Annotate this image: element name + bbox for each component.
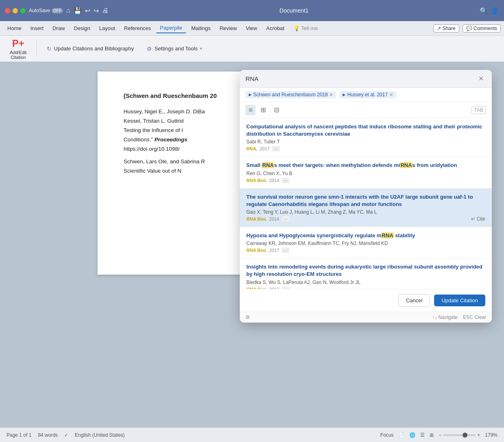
- result-menu-3[interactable]: ···: [282, 216, 289, 222]
- add-edit-citation-button[interactable]: P+ Add/EditCitation: [7, 36, 30, 61]
- gear-settings-icon[interactable]: ⚙: [245, 314, 250, 320]
- search-input[interactable]: [245, 75, 476, 82]
- result-menu-1[interactable]: ···: [272, 146, 280, 152]
- result-authors-2: Ren G, Chen X, Yu B: [246, 171, 485, 176]
- user-icon[interactable]: 👤: [491, 7, 499, 15]
- cite-button-3[interactable]: ↵ Cite: [471, 216, 485, 222]
- zoom-control[interactable]: − +: [439, 432, 480, 438]
- result-title-1: Computational analysis of nascent peptid…: [246, 123, 485, 138]
- tag-remove-schwen[interactable]: ✕: [329, 92, 333, 98]
- result-menu-2[interactable]: ···: [282, 178, 289, 183]
- result-item-3[interactable]: The survival motor neuron gene smn-1 int…: [240, 188, 492, 227]
- tag-remove-hussey[interactable]: ✕: [389, 92, 393, 98]
- grid-view-button[interactable]: ⊞: [257, 104, 269, 115]
- tags-bar: ▶ Schwen and Rueschenbaum 2018 ✕ ▶ Husse…: [240, 88, 492, 102]
- menu-home[interactable]: Home: [3, 24, 26, 33]
- share-button[interactable]: ↗ Share: [433, 24, 459, 32]
- zoom-level: 179%: [485, 432, 497, 438]
- result-menu-5[interactable]: ···: [282, 286, 289, 289]
- cancel-button[interactable]: Cancel: [398, 294, 430, 307]
- print-icon[interactable]: 🖨: [102, 7, 109, 14]
- zoom-in-icon[interactable]: +: [477, 432, 480, 438]
- menu-review[interactable]: Review: [215, 24, 241, 33]
- filter-button[interactable]: ⊟: [271, 104, 282, 115]
- menu-references[interactable]: References: [120, 24, 155, 33]
- list-view-button[interactable]: ≡: [245, 105, 256, 115]
- undo-icon[interactable]: ↩: [85, 7, 90, 15]
- result-journal-5: RNA Biol,: [246, 287, 267, 289]
- update-citation-button[interactable]: Update Citation: [434, 295, 485, 306]
- menu-acrobat[interactable]: Acrobat: [262, 24, 289, 33]
- focus-mode[interactable]: Focus: [380, 432, 394, 438]
- status-bar: Page 1 of 1 84 words ✓ English (United S…: [0, 427, 504, 442]
- page-info: Page 1 of 1: [7, 432, 31, 438]
- search-icon[interactable]: 🔍: [480, 7, 488, 15]
- save-icon[interactable]: 💾: [74, 7, 82, 15]
- result-title-4: Hypoxia and Hypoglycemia synergistically…: [246, 232, 485, 239]
- navigate-hint: ↑↓ Navigate ESC Clear: [432, 314, 486, 320]
- result-title-3: The survival motor neuron gene smn-1 int…: [246, 193, 485, 208]
- zoom-out-icon[interactable]: −: [439, 432, 441, 438]
- result-meta-2: RNA Biol, 2014 ···: [246, 178, 485, 183]
- menu-mailings[interactable]: Mailings: [187, 24, 215, 33]
- view-list-icon[interactable]: ☰: [420, 432, 425, 438]
- result-year-3: 2014: [269, 217, 279, 221]
- zoom-track[interactable]: [443, 434, 476, 436]
- modal-search-bar: ✕: [240, 70, 492, 88]
- result-item-2[interactable]: Small RNAs meet their targets: when meth…: [240, 157, 492, 188]
- menu-right-actions: ↗ Share 💬 Comments: [433, 24, 501, 32]
- result-item-1[interactable]: Computational analysis of nascent peptid…: [240, 118, 492, 157]
- close-modal-button[interactable]: ✕: [476, 74, 486, 83]
- menu-tell-me[interactable]: 💡 Tell me: [289, 24, 322, 33]
- home-icon[interactable]: ⌂: [66, 7, 70, 14]
- chevron-down-icon: ▾: [200, 46, 202, 51]
- zoom-thumb: [463, 433, 467, 438]
- menu-bar: Home Insert Draw Design Layout Reference…: [0, 21, 504, 36]
- modal-footer: Cancel Update Citation: [240, 289, 492, 312]
- add-edit-label: Add/EditCitation: [10, 50, 27, 60]
- redo-icon[interactable]: ↪: [93, 7, 99, 15]
- language-info: English (United States): [75, 432, 125, 438]
- citation-modal: ✕ ▶ Schwen and Rueschenbaum 2018 ✕ ▶ Hus…: [240, 70, 492, 323]
- tag-arrow-icon: ▶: [249, 93, 252, 97]
- menu-insert[interactable]: Insert: [26, 24, 48, 33]
- refresh-icon: ↻: [47, 46, 52, 52]
- maximize-button[interactable]: [20, 8, 26, 13]
- menu-view[interactable]: View: [242, 24, 261, 33]
- menu-draw[interactable]: Draw: [48, 24, 69, 33]
- result-title-2: Small RNAs meet their targets: when meth…: [246, 162, 485, 169]
- result-item-4[interactable]: Hypoxia and Hypoglycemia synergistically…: [240, 227, 492, 258]
- view-web-icon[interactable]: 🌐: [409, 432, 415, 438]
- menu-design[interactable]: Design: [70, 24, 94, 33]
- result-journal-4: RNA Biol,: [246, 248, 267, 253]
- tag-label-2: Hussey et al. 2017: [347, 92, 387, 98]
- update-citations-button[interactable]: ↻ Update Citations and Bibliography: [43, 44, 137, 54]
- menu-paperpile[interactable]: Paperpile: [156, 23, 187, 33]
- ribbon-divider: [37, 41, 37, 57]
- word-count: 84 words: [38, 432, 58, 438]
- result-authors-1: Sabi R, Tuller T: [246, 139, 485, 145]
- proofread-icon: ✓: [64, 432, 68, 438]
- result-meta-3: RNA Biol, 2014 ··· ↵ Cite: [246, 216, 485, 222]
- autosave-toggle[interactable]: OFF: [52, 8, 63, 13]
- menu-layout[interactable]: Layout: [95, 24, 119, 33]
- settings-and-tools-button[interactable]: ⚙ Settings and Tools ▾: [143, 44, 205, 54]
- ribbon: P+ Add/EditCitation ↻ Update Citations a…: [0, 36, 504, 62]
- view-normal-icon[interactable]: 📄: [398, 432, 404, 438]
- minimize-button[interactable]: [13, 8, 18, 13]
- close-button[interactable]: [5, 8, 10, 13]
- result-journal-3: RNA Biol,: [246, 217, 267, 221]
- tag-arrow-icon-2: ▶: [343, 93, 345, 97]
- update-citations-label: Update Citations and Bibliography: [54, 46, 134, 52]
- result-year-5: 2017: [269, 287, 279, 289]
- view-cols-icon[interactable]: ⊞: [430, 432, 434, 438]
- result-authors-3: Gao X, Teng Y, Luo J, Huang L, Li M, Zha…: [246, 209, 485, 215]
- traffic-lights: [5, 8, 26, 13]
- tab-label[interactable]: TAB: [471, 106, 486, 114]
- result-authors-5: Biedka S, Wu S, LaPeruta AJ, Gao N, Wool…: [246, 280, 485, 285]
- result-item-5[interactable]: Insights into remodeling events during e…: [240, 258, 492, 289]
- tag-label: Schwen and Rueschenbaum 2018: [253, 92, 328, 98]
- result-menu-4[interactable]: ···: [282, 247, 289, 253]
- result-meta-1: RNA, 2017 ···: [246, 146, 485, 152]
- comments-button[interactable]: 💬 Comments: [463, 24, 501, 32]
